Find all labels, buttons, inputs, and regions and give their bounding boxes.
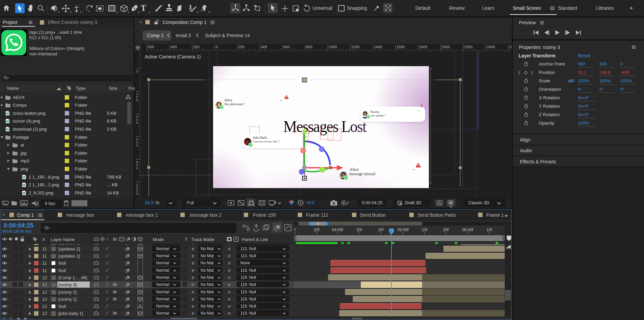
svg-text:1600: 1600 [397,45,405,49]
svg-text:0: 0 [136,99,138,102]
svg-text:800: 800 [306,45,312,49]
svg-text:2600: 2600 [509,45,512,49]
svg-text:400: 400 [171,45,177,49]
svg-text:20f: 20f [314,228,320,232]
svg-text:2200: 2200 [464,45,472,49]
svg-text:1800: 1800 [419,45,427,49]
svg-text:1400: 1400 [374,45,382,49]
svg-text:1200: 1200 [351,45,359,49]
svg-text:200: 200 [238,45,244,49]
svg-text:400: 400 [261,45,267,49]
svg-text:10f: 10f [356,228,362,232]
svg-text:04:00f: 04:00f [332,228,343,232]
svg-text:2000: 2000 [442,45,450,49]
svg-text:0: 0 [136,121,138,125]
svg-text:05:00f: 05:00f [397,228,409,232]
svg-text:06:00f: 06:00f [462,228,473,232]
svg-text:0: 0 [136,166,138,170]
svg-text:0: 0 [136,192,138,195]
svg-text:10f: 10f [422,228,428,232]
svg-text:600: 600 [284,45,290,49]
svg-text:200: 200 [193,45,199,49]
svg-text:600: 600 [148,45,154,49]
svg-text:20f: 20f [443,228,449,232]
svg-text:2400: 2400 [487,45,495,49]
svg-text:0: 0 [136,144,138,147]
svg-text:10f: 10f [487,228,492,232]
svg-text:0: 0 [136,70,138,73]
svg-text:20f: 20f [378,228,384,232]
svg-text:0: 0 [216,45,218,49]
svg-text:1000: 1000 [329,45,337,49]
